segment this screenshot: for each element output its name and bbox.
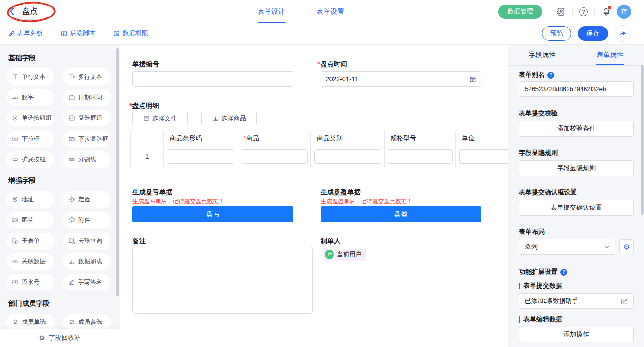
field-type-checkbox-group[interactable]: 复选框组 [63, 110, 111, 126]
tab-form-settings[interactable]: 表单设置 [316, 0, 344, 23]
visibility-label: 字段显隐规则 [519, 149, 558, 157]
form-title[interactable]: 盘点 [22, 6, 38, 20]
layout-settings-button[interactable]: ⚙ [619, 239, 634, 254]
field-type-subform[interactable]: 子表单 [6, 233, 54, 249]
field-type-data-load[interactable]: 数据加载 [63, 253, 111, 270]
field-type-select[interactable]: 下拉框 [6, 131, 54, 147]
confirm-settings-button[interactable]: 表单提交确认设置 [519, 200, 634, 216]
gain-button[interactable]: 盘盈 [321, 206, 481, 222]
backend-script-button[interactable]: 后端脚本 [61, 29, 96, 38]
creator-field[interactable]: 户 当前用户 [321, 247, 481, 262]
detail-table: 商品条形码 *商品 商品类别 规格型号 单位 1 [130, 131, 508, 188]
chart-icon [213, 115, 218, 121]
category-input[interactable] [314, 149, 381, 164]
data-permission-button[interactable]: 数据权限 [113, 29, 148, 38]
tab-form-properties[interactable]: 表单属性 [576, 45, 644, 65]
external-link-button[interactable]: 表单外链 [8, 29, 43, 38]
single-text-icon [12, 74, 18, 80]
edit-icon[interactable] [621, 298, 628, 305]
field-recycle-bin[interactable]: ♻ 字段回收站 [0, 329, 120, 347]
header-actions: 数据管理 ? 存 [498, 0, 644, 23]
preview-button[interactable]: 预览 [542, 26, 571, 41]
notification-bell-icon[interactable] [601, 6, 611, 17]
submit-data-value: 已添加2条数据助手 [525, 297, 578, 305]
avatar[interactable]: 存 [617, 5, 631, 19]
submit-data-box[interactable]: 已添加2条数据助手 [519, 293, 634, 309]
check-time-value: 2023-01-11 [326, 75, 358, 83]
goods-input[interactable] [241, 149, 308, 164]
field-type-lookup-query[interactable]: 关联查询 [63, 233, 111, 249]
field-type-radio-group[interactable]: 单选按钮组 [6, 110, 54, 126]
field-type-image[interactable]: 图片 [6, 212, 54, 228]
external-link-label: 表单外链 [17, 29, 43, 38]
pen-icon [69, 279, 75, 285]
bar-chart-icon [69, 258, 75, 265]
validation-label: 表单提交校验 [519, 109, 558, 118]
choose-file-button[interactable]: 选择文件 [132, 112, 188, 125]
cell-barcode [164, 146, 237, 167]
field-type-attachment[interactable]: 附件 [63, 212, 111, 228]
loss-button[interactable]: 盘亏 [132, 206, 293, 222]
field-type-multi-line-text[interactable]: 多行文本 [63, 68, 111, 85]
current-user-tag[interactable]: 户 当前用户 [323, 249, 366, 261]
extension-help-icon[interactable]: ? [560, 269, 567, 276]
extend-button-icon [12, 156, 18, 163]
field-type-extend-button[interactable]: 扩展按钮 [6, 151, 54, 168]
order-no-input[interactable] [132, 71, 293, 87]
field-type-member-multi[interactable]: 成员多选 [63, 314, 111, 330]
tab-form-design[interactable]: 表单设计 [258, 0, 285, 23]
calendar-icon [69, 94, 75, 101]
back-button[interactable] [9, 8, 14, 15]
cell-spec [385, 146, 456, 167]
field-type-divider[interactable]: 分割线 [63, 151, 111, 168]
field-type-signature[interactable]: 手写签名 [63, 274, 111, 290]
backend-script-label: 后端脚本 [70, 29, 96, 38]
choose-goods-button[interactable]: 选择商品 [201, 112, 257, 125]
loss-label: 生成盘亏单据 [132, 188, 172, 197]
add-validation-button[interactable]: 添加校验条件 [519, 121, 634, 137]
layout-label: 表单布局 [519, 228, 545, 236]
field-type-number[interactable]: 123 数字 [6, 89, 54, 106]
field-type-location[interactable]: 定位 [63, 191, 111, 208]
field-type-serial-number[interactable]: 流水号 [6, 274, 54, 290]
serial-icon [12, 279, 18, 285]
field-type-datetime[interactable]: 日期时间 [63, 89, 111, 106]
spec-input[interactable] [388, 149, 453, 164]
cell-category [311, 146, 385, 167]
remark-textarea[interactable] [132, 247, 313, 314]
toolbar-links: 表单外链 后端脚本 数据权限 [8, 23, 148, 44]
save-button[interactable]: 保存 [578, 26, 608, 41]
app-header: 盘点 表单设计 表单设置 数据管理 ? 存 [0, 0, 644, 23]
share-button[interactable] [615, 25, 631, 42]
field-type-linked-data[interactable]: 关联数据 [6, 253, 54, 270]
alias-input[interactable]: 526523728d862b79462f32eb [519, 81, 634, 97]
radio-icon [12, 115, 18, 121]
tab-field-properties[interactable]: 字段属性 [508, 45, 576, 65]
field-type-address[interactable]: 地址 [6, 191, 54, 208]
help-icon[interactable]: ? [579, 7, 588, 16]
section-bar [519, 283, 520, 289]
contacts-icon[interactable] [556, 6, 566, 17]
select-icon [12, 136, 18, 142]
field-type-member-single[interactable]: 成员单选 [6, 314, 54, 330]
add-operation-button[interactable]: 添加操作 [519, 327, 634, 342]
data-manage-button[interactable]: 数据管理 [498, 5, 542, 19]
unit-input[interactable] [459, 149, 508, 164]
multi-select-icon [69, 136, 75, 142]
panel-scrollbar[interactable] [641, 65, 644, 215]
field-type-multi-select[interactable]: 下拉复选框 [63, 131, 111, 147]
remark-label: 备注 [132, 237, 146, 245]
enhanced-fields-grid: 地址 定位 图片 附件 子表单 关联查询 关联数据 数据加载 [6, 191, 120, 290]
confirm-label: 表单提交确认框设置 [519, 188, 577, 197]
barcode-input[interactable] [167, 149, 234, 164]
visibility-rules-button[interactable]: 字段显隐规则 [519, 160, 634, 176]
sidebar-scrollbar[interactable] [116, 48, 119, 296]
layout-select[interactable]: 双列 [519, 239, 615, 255]
people-icon [69, 319, 75, 325]
calendar-picker-icon[interactable] [469, 76, 476, 83]
divider [549, 8, 549, 15]
layout-value: 双列 [525, 243, 538, 251]
field-type-single-line-text[interactable]: 单行文本 [6, 68, 54, 85]
check-time-input[interactable]: 2023-01-11 [321, 71, 481, 87]
alias-help-icon[interactable]: ? [547, 72, 554, 79]
